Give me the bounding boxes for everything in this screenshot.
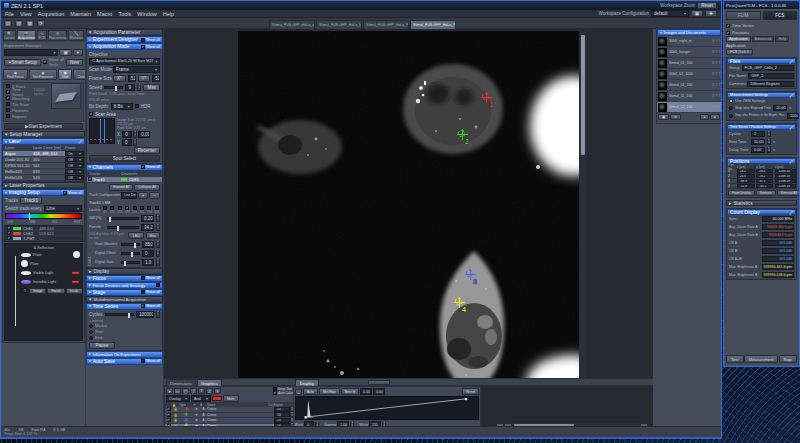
image-list-item[interactable]: 30hU_night_st X·Y·T xyxy=(657,36,721,47)
laser-properties-header[interactable]: ▸Laser Properties xyxy=(2,182,85,189)
fcs-channel-chip[interactable]: FCS | Lck 1 xyxy=(726,49,753,55)
toolbar-icon[interactable]: ▦ xyxy=(26,20,34,27)
image-canvas[interactable]: 1 2 3 4 xyxy=(238,31,579,378)
cut-region-size-field[interactable]: 10 xyxy=(274,418,290,423)
speed-slider[interactable] xyxy=(104,86,123,89)
display-panel-header[interactable]: ▸Display xyxy=(86,268,163,275)
lock-icon[interactable]: 🔒 xyxy=(172,418,179,422)
beamsplitter-icon[interactable] xyxy=(21,253,31,257)
annotation-checkbox[interactable] xyxy=(167,418,171,422)
scan-area-y-field[interactable]: 0 xyxy=(122,139,132,146)
annotation-tool-icon[interactable]: ➤ xyxy=(166,388,173,394)
acquisition-parameter-header[interactable]: ▾Acquisition Parameter xyxy=(86,29,163,36)
speed-field[interactable]: 9 xyxy=(125,84,135,91)
group-field[interactable]: FCS_GFP_Cells_2 xyxy=(742,65,794,71)
invisible-light-toggle[interactable] xyxy=(71,280,80,284)
annotation-tool-icon[interactable]: ▭ xyxy=(174,388,181,394)
menu-item[interactable]: Tools xyxy=(118,11,131,17)
menu-item[interactable]: Maintain xyxy=(70,11,91,17)
annotation-tool-icon[interactable]: T xyxy=(198,388,205,394)
positions-button[interactable]: Remove All xyxy=(777,190,800,196)
visible-icon[interactable]: 👁 xyxy=(193,413,200,417)
annotation-checkbox[interactable] xyxy=(167,413,171,417)
stage-panel-header[interactable]: ▸Stage Show all xyxy=(86,289,163,296)
menu-item[interactable]: Acquisition xyxy=(38,11,65,17)
statistics-header[interactable]: ▸Statistics xyxy=(726,200,797,206)
experiment-save-button[interactable]: ▣ xyxy=(59,49,71,56)
lightpath-button[interactable]: Focus xyxy=(47,288,64,294)
imaging-setup-header[interactable]: ▾Imaging Setup Show all xyxy=(2,189,85,196)
font-select[interactable]: Arial xyxy=(191,395,211,402)
cut-region-size-field[interactable]: 10 xyxy=(274,412,290,417)
fcs-positions-checkbox[interactable] xyxy=(726,31,730,35)
list-next-button[interactable]: ▸ xyxy=(710,114,720,120)
elapsed-time-field[interactable]: 20.00 xyxy=(773,105,787,111)
image-list-item[interactable]: 30hU_01_1000 X·Y·T xyxy=(657,69,721,80)
scan-area-map[interactable] xyxy=(89,118,115,144)
auto-button[interactable]: Auto xyxy=(303,388,318,395)
invisible-light-shutter-icon[interactable] xyxy=(21,280,31,284)
overlay-select[interactable]: Overlay xyxy=(166,395,190,402)
laser-power-select[interactable]: On xyxy=(65,151,84,156)
annotation-checkbox[interactable] xyxy=(167,407,171,411)
cycles-field[interactable]: 100000 xyxy=(136,311,154,318)
time-series-header[interactable]: ▾Time Series Show all xyxy=(86,303,163,310)
menu-item[interactable]: View xyxy=(20,11,32,17)
hdr-checkbox[interactable] xyxy=(135,104,139,108)
designer-show-all-checkbox[interactable] xyxy=(141,38,145,42)
scan-area-rotation-field[interactable]: 0.00 xyxy=(138,131,150,138)
list-prev-button[interactable]: ◂ xyxy=(700,114,710,120)
cycles-slider[interactable] xyxy=(105,313,134,316)
experiment-select[interactable] xyxy=(4,49,58,56)
offset-field[interactable]: 0 xyxy=(142,250,154,257)
action-button[interactable]: ◉ Continuous xyxy=(73,69,86,80)
image-list-item[interactable]: 30hU_hunger X·Y·T xyxy=(657,47,721,58)
histogram-icon[interactable]: ▁ xyxy=(295,389,302,395)
scan-area-x-field[interactable]: 0 xyxy=(122,131,132,138)
experiment-designer-header[interactable]: ▸Experiment Designer Show all xyxy=(86,36,163,43)
workspace-tab[interactable]: 🔍 Locate xyxy=(3,30,16,41)
config-remove-button[interactable]: − xyxy=(149,192,160,199)
image-list-item[interactable]: Stimul_12_100 X·Y·T xyxy=(657,102,721,113)
frame-x-button[interactable]: X* xyxy=(113,75,126,82)
workspace-zoom-reset-button[interactable]: Reset xyxy=(697,2,717,9)
toolbar-icon[interactable]: ▥ xyxy=(15,20,23,27)
annotation-color-swatch[interactable] xyxy=(212,396,222,401)
document-tab[interactable]: Stimul_FUS-GFP_HeLa_hu_st ● xyxy=(316,20,362,29)
setup-manager-header[interactable]: ▾Setup Manager xyxy=(2,131,85,138)
experiment-option-checkbox[interactable] xyxy=(6,114,10,118)
rest-time-field[interactable]: 10.00 xyxy=(751,139,765,145)
scan-area-checkbox[interactable] xyxy=(89,112,93,116)
imaging-show-all-checkbox[interactable] xyxy=(63,191,67,195)
time-series-option-radio[interactable] xyxy=(89,330,93,334)
fcs-action-button[interactable]: Stop xyxy=(779,355,797,363)
gain-field[interactable]: 850 xyxy=(142,241,154,248)
pinhole-slider[interactable] xyxy=(107,226,139,229)
comment-field[interactable]: Different Regions xyxy=(747,81,794,87)
menu-item[interactable]: Help xyxy=(163,11,174,17)
frame-x-field[interactable]: 512 xyxy=(128,75,136,82)
focus-dev-show-all-checkbox[interactable] xyxy=(156,283,160,287)
annotation-tool-icon[interactable]: ✛ xyxy=(214,388,221,394)
photons-field[interactable]: 1000 xyxy=(787,113,799,119)
use-zen-settings-radio[interactable] xyxy=(729,99,733,103)
experiment-option-checkbox[interactable] xyxy=(6,84,10,88)
channels-panel-header[interactable]: ▾Channels Show all xyxy=(86,164,163,171)
acqmode-show-all-checkbox[interactable] xyxy=(141,45,145,49)
toolbar-icon[interactable]: ▤ xyxy=(4,20,12,27)
smart-setup-button[interactable]: ✦ Smart Setup xyxy=(4,59,41,66)
cut-region-size-field[interactable]: 10 xyxy=(274,407,290,412)
time-series-option-radio[interactable] xyxy=(89,324,93,328)
image-vertical-scrollbar[interactable] xyxy=(580,31,586,378)
objective-select[interactable]: C-Apochromat 40x/1.20 W Korr M27 xyxy=(89,58,160,65)
experiment-option-checkbox[interactable] xyxy=(6,96,10,100)
lock-icon[interactable]: 🔒 xyxy=(172,407,179,411)
visible-icon[interactable]: 👁 xyxy=(193,407,200,411)
experiment-option-checkbox[interactable] xyxy=(6,90,10,94)
view-control-tab[interactable]: Graphics xyxy=(197,379,222,386)
experiment-options-button[interactable]: ▾ xyxy=(73,49,83,56)
digital-gain-field[interactable]: 1.0 xyxy=(142,259,154,266)
frame-y-field[interactable]: 512 xyxy=(152,75,160,82)
panel-popout-icon[interactable]: ⤢ xyxy=(79,139,82,144)
scan-mode-select[interactable]: Frame xyxy=(113,66,160,73)
